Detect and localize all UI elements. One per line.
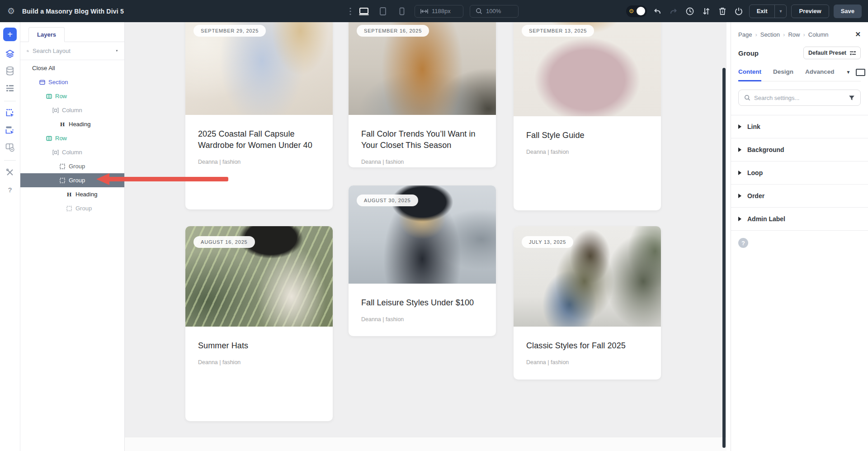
filter-icon[interactable]: [849, 95, 855, 101]
help-icon[interactable]: ?: [738, 238, 748, 248]
tools-icon[interactable]: [5, 167, 15, 178]
post-meta[interactable]: Deanna | fashion: [526, 359, 648, 366]
post-date-badge: SEPTEMBER 29, 2025: [193, 25, 266, 37]
post-card[interactable]: SEPTEMBER 16, 2025 Fall Color Trends You…: [349, 22, 496, 167]
post-title[interactable]: Fall Color Trends You’ll Want in Your Cl…: [361, 128, 483, 151]
list-icon[interactable]: [5, 83, 15, 94]
layers-tree-item-group[interactable]: Group: [20, 201, 124, 215]
layers-icon[interactable]: [5, 48, 15, 59]
settings-section-link[interactable]: Link: [731, 115, 868, 138]
desktop-icon[interactable]: [358, 5, 370, 18]
breadcrumb-item-page[interactable]: Page: [738, 31, 752, 38]
breadcrumb-item-column[interactable]: Column: [808, 31, 829, 38]
tab-design[interactable]: Design: [773, 68, 793, 81]
settings-section-loop[interactable]: Loop: [731, 161, 868, 185]
post-featured-image-woman-crouching-in-olive-shirt-on-beach: JULY 13, 2025: [514, 226, 661, 327]
redo-icon[interactable]: [668, 5, 679, 17]
breadcrumb-item-row[interactable]: Row: [788, 31, 800, 38]
undo-icon[interactable]: [651, 5, 663, 17]
settings-search: [738, 90, 861, 106]
sun-icon: ⚙: [629, 8, 634, 14]
canvas-scrollbar[interactable]: [722, 68, 726, 448]
save-button[interactable]: Save: [834, 5, 862, 18]
gear-icon[interactable]: ⚙: [7, 7, 15, 15]
exit-button[interactable]: Exit: [750, 5, 775, 18]
builder-theme-toggle[interactable]: ⚙: [626, 5, 647, 17]
add-icon[interactable]: +: [3, 28, 17, 41]
layers-tree-item-row[interactable]: Row: [20, 131, 124, 145]
builder-canvas[interactable]: SEPTEMBER 29, 2025 2025 Coastal Fall Cap…: [125, 22, 731, 451]
post-title[interactable]: Summer Hats: [198, 340, 320, 351]
layers-tab-row: Layers: [20, 22, 124, 42]
post-card[interactable]: JULY 13, 2025 Classic Styles for Fall 20…: [514, 226, 661, 380]
expand-arrow-icon: [738, 147, 741, 152]
post-title[interactable]: Fall Leisure Styles Under $100: [361, 297, 483, 309]
close-all-button[interactable]: Close All: [20, 61, 124, 75]
layers-tree-item-group[interactable]: Group: [20, 159, 124, 173]
layers-tree-item-column[interactable]: Column: [20, 103, 124, 117]
page-title: Build a Masonry Blog With Divi 5: [22, 8, 124, 15]
post-meta[interactable]: Deanna | fashion: [526, 149, 648, 155]
post-meta[interactable]: Deanna | fashion: [361, 316, 483, 323]
default-preset-button[interactable]: Default Preset: [803, 47, 861, 59]
close-icon[interactable]: ✕: [855, 30, 861, 38]
canvas-width-control[interactable]: 1188px: [415, 5, 463, 18]
post-card[interactable]: AUGUST 30, 2025 Fall Leisure Styles Unde…: [349, 185, 496, 336]
post-card[interactable]: SEPTEMBER 13, 2025 Fall Style Guide Dean…: [514, 22, 661, 210]
tab-advanced[interactable]: Advanced: [805, 68, 835, 81]
preview-button[interactable]: Preview: [791, 5, 829, 18]
layers-tree-item-heading[interactable]: H Heading: [20, 187, 124, 201]
layers-search-row: [20, 42, 124, 60]
settings-section-background[interactable]: Background: [731, 138, 868, 161]
more-options-icon[interactable]: [349, 7, 351, 15]
toolbar-divider: [4, 101, 16, 101]
select-module-icon[interactable]: [5, 108, 15, 119]
layers-tree: Close All Section Row Column H Heading R…: [20, 60, 124, 215]
post-meta[interactable]: Deanna | fashion: [198, 359, 320, 366]
post-card[interactable]: AUGUST 16, 2025 Summer Hats Deanna | fas…: [185, 226, 333, 421]
canvas-width-value: 1188px: [432, 8, 451, 14]
settings-section-order[interactable]: Order: [731, 185, 868, 208]
settings-search-input[interactable]: [754, 95, 845, 101]
filter-icon[interactable]: [116, 48, 118, 54]
left-toolbar: + ?: [0, 22, 20, 451]
width-icon: [420, 9, 428, 14]
phone-icon[interactable]: [396, 5, 408, 18]
post-date-badge: AUGUST 16, 2025: [193, 236, 255, 248]
layers-tree-item-column[interactable]: Column: [20, 145, 124, 159]
post-title[interactable]: Classic Styles for Fall 2025: [526, 340, 648, 351]
post-title[interactable]: 2025 Coastal Fall Capsule Wardrobe for W…: [198, 128, 320, 151]
tab-content[interactable]: Content: [738, 68, 761, 81]
settings-tabs: ContentDesignAdvanced ▼: [738, 68, 861, 81]
post-featured-image-woman-in-black-hat-with-palm-leaf: AUGUST 16, 2025: [185, 226, 333, 327]
magnifier-icon: [476, 8, 482, 14]
layers-search-input[interactable]: [33, 47, 112, 54]
expand-arrow-icon: [738, 217, 741, 221]
layers-tab[interactable]: Layers: [28, 27, 65, 42]
help-icon[interactable]: ?: [5, 184, 15, 195]
layers-tree-item-heading[interactable]: H Heading: [20, 117, 124, 131]
trash-icon[interactable]: [717, 5, 728, 17]
database-icon[interactable]: [5, 66, 15, 76]
zoom-value: 100%: [486, 8, 501, 14]
settings-section-admin-label[interactable]: Admin Label: [731, 208, 868, 231]
breadcrumb-separator: ›: [783, 31, 785, 38]
zoom-control[interactable]: 100%: [470, 5, 519, 18]
breadcrumb-item-section[interactable]: Section: [760, 31, 780, 38]
breadcrumb-separator: ›: [803, 31, 805, 38]
tab-overflow-caret[interactable]: ▼: [846, 70, 851, 75]
exit-dropdown-caret[interactable]: ▼: [774, 5, 786, 18]
layers-tree-item-row[interactable]: Row: [20, 89, 124, 103]
toggle-knob: [637, 7, 645, 15]
post-title[interactable]: Fall Style Guide: [526, 130, 648, 141]
responsive-preview-icon[interactable]: [856, 69, 865, 76]
history-icon[interactable]: [684, 5, 696, 17]
post-meta[interactable]: Deanna | fashion: [198, 159, 320, 165]
module-visibility-icon[interactable]: [5, 142, 15, 153]
tablet-icon[interactable]: [377, 5, 389, 18]
post-meta[interactable]: Deanna | fashion: [361, 159, 483, 165]
power-icon[interactable]: [733, 5, 745, 17]
sort-icon[interactable]: [700, 5, 712, 17]
select-module-alt-icon[interactable]: [5, 125, 15, 136]
layers-tree-item-section[interactable]: Section: [20, 75, 124, 89]
